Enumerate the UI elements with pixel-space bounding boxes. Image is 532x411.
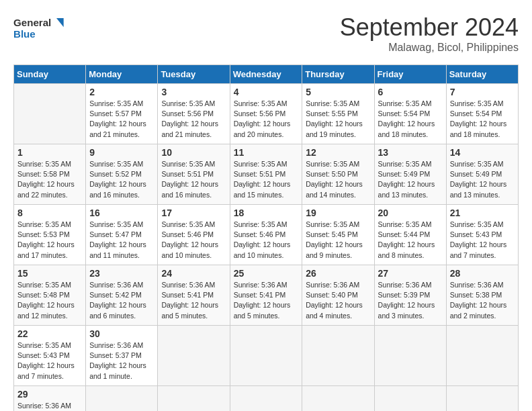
weekday-header-row: SundayMondayTuesdayWednesdayThursdayFrid… <box>14 65 519 84</box>
weekday-header-thursday: Thursday <box>302 65 374 84</box>
day-info: Sunrise: 5:35 AM Sunset: 5:46 PM Dayligh… <box>234 220 299 261</box>
day-info: Sunrise: 5:36 AM Sunset: 5:41 PM Dayligh… <box>161 280 226 321</box>
calendar-cell: 18 Sunrise: 5:35 AM Sunset: 5:46 PM Dayl… <box>230 205 302 265</box>
day-info: Sunrise: 5:35 AM Sunset: 5:51 PM Dayligh… <box>161 159 226 200</box>
calendar-cell: 3 Sunrise: 5:35 AM Sunset: 5:56 PM Dayli… <box>158 84 230 144</box>
day-number: 11 <box>234 147 299 158</box>
day-number: 22 <box>17 328 82 339</box>
svg-text:General: General <box>13 17 51 28</box>
weekday-header-monday: Monday <box>86 65 158 84</box>
day-info: Sunrise: 5:36 AM Sunset: 5:40 PM Dayligh… <box>306 280 370 321</box>
day-info: Sunrise: 5:35 AM Sunset: 5:48 PM Dayligh… <box>17 280 82 321</box>
weekday-header-wednesday: Wednesday <box>230 65 302 84</box>
day-info: Sunrise: 5:36 AM Sunset: 5:38 PM Dayligh… <box>450 280 515 321</box>
logo: General Blue <box>13 13 67 44</box>
calendar-cell: 11 Sunrise: 5:35 AM Sunset: 5:51 PM Dayl… <box>230 144 302 205</box>
calendar-cell: 2 Sunrise: 5:35 AM Sunset: 5:57 PM Dayli… <box>86 84 158 144</box>
calendar-cell <box>158 386 230 412</box>
calendar-cell <box>374 386 446 412</box>
calendar-cell: 30 Sunrise: 5:36 AM Sunset: 5:37 PM Dayl… <box>86 326 158 386</box>
calendar-cell <box>230 386 302 412</box>
title-section: September 2024 Malawag, Bicol, Philippin… <box>340 13 519 54</box>
day-info: Sunrise: 5:35 AM Sunset: 5:45 PM Dayligh… <box>306 220 370 261</box>
day-info: Sunrise: 5:35 AM Sunset: 5:52 PM Dayligh… <box>89 159 154 200</box>
calendar-cell: 26 Sunrise: 5:36 AM Sunset: 5:40 PM Dayl… <box>302 265 374 326</box>
day-info: Sunrise: 5:36 AM Sunset: 5:39 PM Dayligh… <box>378 280 443 321</box>
day-number: 28 <box>450 268 515 279</box>
calendar-cell: 22 Sunrise: 5:35 AM Sunset: 5:43 PM Dayl… <box>14 326 86 386</box>
day-number: 1 <box>17 147 82 158</box>
day-number: 15 <box>17 268 82 279</box>
calendar-cell: 19 Sunrise: 5:35 AM Sunset: 5:45 PM Dayl… <box>302 205 374 265</box>
calendar-cell <box>302 326 374 386</box>
day-number: 18 <box>234 208 299 218</box>
calendar-cell: 13 Sunrise: 5:35 AM Sunset: 5:49 PM Dayl… <box>374 144 446 205</box>
day-number: 29 <box>17 389 82 400</box>
day-number: 10 <box>161 147 226 158</box>
day-info: Sunrise: 5:35 AM Sunset: 5:58 PM Dayligh… <box>17 159 82 200</box>
day-number: 9 <box>89 147 154 158</box>
day-number: 20 <box>378 208 443 218</box>
day-number: 16 <box>89 208 154 218</box>
calendar-week-row: 15 Sunrise: 5:35 AM Sunset: 5:48 PM Dayl… <box>14 265 519 326</box>
day-info: Sunrise: 5:35 AM Sunset: 5:57 PM Dayligh… <box>89 99 154 140</box>
day-number: 30 <box>89 328 154 339</box>
calendar-cell: 7 Sunrise: 5:35 AM Sunset: 5:54 PM Dayli… <box>446 84 518 144</box>
calendar-cell: 14 Sunrise: 5:35 AM Sunset: 5:49 PM Dayl… <box>446 144 518 205</box>
weekday-header-sunday: Sunday <box>14 65 86 84</box>
day-info: Sunrise: 5:36 AM Sunset: 5:42 PM Dayligh… <box>89 280 154 321</box>
day-number: 19 <box>306 208 370 218</box>
day-info: Sunrise: 5:35 AM Sunset: 5:44 PM Dayligh… <box>378 220 443 261</box>
logo-icon: General Blue <box>13 13 67 44</box>
day-number: 23 <box>89 268 154 279</box>
calendar-cell: 24 Sunrise: 5:36 AM Sunset: 5:41 PM Dayl… <box>158 265 230 326</box>
calendar-cell: 23 Sunrise: 5:36 AM Sunset: 5:42 PM Dayl… <box>86 265 158 326</box>
day-number: 12 <box>306 147 370 158</box>
day-number: 24 <box>161 268 226 279</box>
calendar-week-row: 22 Sunrise: 5:35 AM Sunset: 5:43 PM Dayl… <box>14 326 519 386</box>
day-number: 26 <box>306 268 370 279</box>
calendar-cell: 16 Sunrise: 5:35 AM Sunset: 5:47 PM Dayl… <box>86 205 158 265</box>
day-number: 5 <box>306 87 370 97</box>
calendar-week-row: 2 Sunrise: 5:35 AM Sunset: 5:57 PM Dayli… <box>14 84 519 144</box>
day-number: 4 <box>234 87 299 97</box>
calendar-week-row: 1 Sunrise: 5:35 AM Sunset: 5:58 PM Dayli… <box>14 144 519 205</box>
day-info: Sunrise: 5:35 AM Sunset: 5:54 PM Dayligh… <box>378 99 443 140</box>
day-number: 14 <box>450 147 515 158</box>
calendar-cell <box>446 386 518 412</box>
day-info: Sunrise: 5:35 AM Sunset: 5:54 PM Dayligh… <box>450 99 515 140</box>
calendar-week-row: 8 Sunrise: 5:35 AM Sunset: 5:53 PM Dayli… <box>14 205 519 265</box>
day-number: 3 <box>161 87 226 97</box>
calendar-cell <box>374 326 446 386</box>
svg-text:Blue: Blue <box>13 28 36 40</box>
day-info: Sunrise: 5:35 AM Sunset: 5:43 PM Dayligh… <box>450 220 515 261</box>
calendar-cell: 25 Sunrise: 5:36 AM Sunset: 5:41 PM Dayl… <box>230 265 302 326</box>
day-info: Sunrise: 5:35 AM Sunset: 5:55 PM Dayligh… <box>306 99 370 140</box>
day-number: 7 <box>450 87 515 97</box>
calendar-cell: 15 Sunrise: 5:35 AM Sunset: 5:48 PM Dayl… <box>14 265 86 326</box>
calendar-cell: 9 Sunrise: 5:35 AM Sunset: 5:52 PM Dayli… <box>86 144 158 205</box>
calendar-cell <box>302 386 374 412</box>
day-info: Sunrise: 5:35 AM Sunset: 5:49 PM Dayligh… <box>378 159 443 200</box>
calendar-cell: 1 Sunrise: 5:35 AM Sunset: 5:58 PM Dayli… <box>14 144 86 205</box>
calendar-cell: 4 Sunrise: 5:35 AM Sunset: 5:56 PM Dayli… <box>230 84 302 144</box>
day-number: 6 <box>378 87 443 97</box>
day-info: Sunrise: 5:36 AM Sunset: 5:41 PM Dayligh… <box>234 280 299 321</box>
calendar-cell: 6 Sunrise: 5:35 AM Sunset: 5:54 PM Dayli… <box>374 84 446 144</box>
calendar-cell: 8 Sunrise: 5:35 AM Sunset: 5:53 PM Dayli… <box>14 205 86 265</box>
day-info: Sunrise: 5:35 AM Sunset: 5:50 PM Dayligh… <box>306 159 370 200</box>
page-header: General Blue September 2024 Malawag, Bic… <box>13 13 519 54</box>
day-number: 2 <box>89 87 154 97</box>
calendar-cell <box>86 386 158 412</box>
calendar-cell <box>14 84 86 144</box>
calendar-cell: 10 Sunrise: 5:35 AM Sunset: 5:51 PM Dayl… <box>158 144 230 205</box>
svg-marker-2 <box>56 18 64 27</box>
calendar-cell <box>446 326 518 386</box>
weekday-header-friday: Friday <box>374 65 446 84</box>
location-title: Malawag, Bicol, Philippines <box>340 42 519 54</box>
day-info: Sunrise: 5:35 AM Sunset: 5:56 PM Dayligh… <box>161 99 226 140</box>
weekday-header-saturday: Saturday <box>446 65 518 84</box>
calendar-cell <box>158 326 230 386</box>
calendar-cell: 12 Sunrise: 5:35 AM Sunset: 5:50 PM Dayl… <box>302 144 374 205</box>
calendar-cell: 21 Sunrise: 5:35 AM Sunset: 5:43 PM Dayl… <box>446 205 518 265</box>
